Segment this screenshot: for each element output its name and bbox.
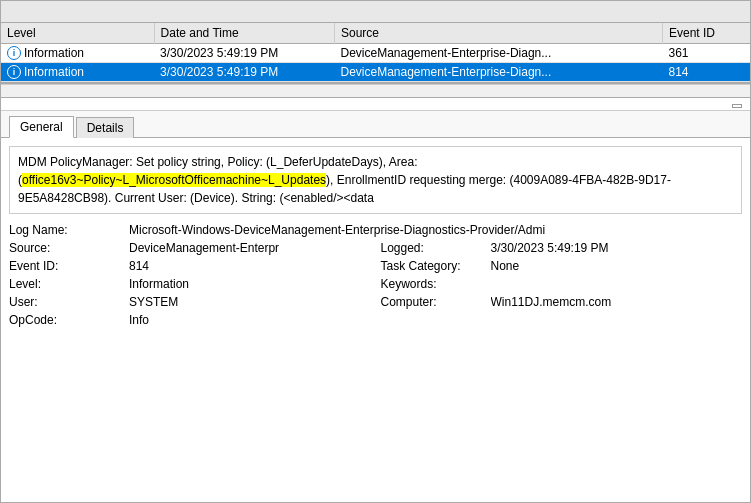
prop-value-1-2: 3/30/2023 5:49:19 PM	[491, 240, 743, 256]
prop-label-3-2: Keywords:	[381, 276, 491, 292]
cell-source: DeviceManagement-Enterprise-Diagn...	[334, 44, 662, 63]
col-level: Level	[1, 23, 154, 44]
manage-devices-logo	[732, 104, 742, 108]
table-row[interactable]: iInformation3/30/2023 5:49:19 PMDeviceMa…	[1, 63, 750, 82]
prop-label-4-1: User:	[9, 294, 129, 310]
prop-value-5-2	[491, 312, 743, 328]
detail-header	[1, 98, 750, 111]
prop-label-1-2: Logged:	[381, 240, 491, 256]
prop-value-3-2	[491, 276, 743, 292]
col-source: Source	[334, 23, 662, 44]
table-row[interactable]: iInformation3/30/2023 5:49:19 PMDeviceMa…	[1, 44, 750, 63]
tab-details[interactable]: Details	[76, 117, 135, 138]
prop-label-3-1: Level:	[9, 276, 129, 292]
prop-value-1-1: DeviceManagement-Enterpr	[129, 240, 381, 256]
level-text: Information	[24, 46, 84, 60]
prop-value-4-2: Win11DJ.memcm.com	[491, 294, 743, 310]
event-table-container: Level Date and Time Source Event ID iInf…	[1, 23, 750, 84]
event-table: Level Date and Time Source Event ID iInf…	[1, 23, 750, 82]
prop-value-5-1: Info	[129, 312, 381, 328]
cell-level: iInformation	[1, 44, 154, 63]
detail-content: MDM PolicyManager: Set policy string, Po…	[1, 138, 750, 502]
detail-area: General Details MDM PolicyManager: Set p…	[1, 98, 750, 502]
cell-source: DeviceManagement-Enterprise-Diagn...	[334, 63, 662, 82]
prop-label-logname: Log Name:	[9, 222, 129, 238]
tabs-bar: General Details	[1, 111, 750, 138]
top-bar	[1, 1, 750, 23]
col-eventid: Event ID	[663, 23, 751, 44]
cell-datetime: 3/30/2023 5:49:19 PM	[154, 63, 334, 82]
prop-value-3-1: Information	[129, 276, 381, 292]
prop-label-1-1: Source:	[9, 240, 129, 256]
horizontal-scrollbar[interactable]	[1, 84, 750, 98]
cell-eventid: 814	[663, 63, 751, 82]
prop-value-2-2: None	[491, 258, 743, 274]
main-window: Level Date and Time Source Event ID iInf…	[0, 0, 751, 503]
prop-value-logname: Microsoft-Windows-DeviceManagement-Enter…	[129, 222, 742, 238]
prop-label-5-1: OpCode:	[9, 312, 129, 328]
prop-value-2-1: 814	[129, 258, 381, 274]
info-icon: i	[7, 65, 21, 79]
prop-label-5-2	[381, 312, 491, 328]
col-datetime: Date and Time	[154, 23, 334, 44]
cell-eventid: 361	[663, 44, 751, 63]
prop-label-2-1: Event ID:	[9, 258, 129, 274]
level-text: Information	[24, 65, 84, 79]
prop-label-4-2: Computer:	[381, 294, 491, 310]
info-icon: i	[7, 46, 21, 60]
cell-datetime: 3/30/2023 5:49:19 PM	[154, 44, 334, 63]
event-message: MDM PolicyManager: Set policy string, Po…	[9, 146, 742, 214]
tab-general[interactable]: General	[9, 116, 74, 138]
prop-value-4-1: SYSTEM	[129, 294, 381, 310]
highlight-text: office16v3~Policy~L_MicrosoftOfficemachi…	[22, 173, 326, 187]
prop-label-2-2: Task Category:	[381, 258, 491, 274]
cell-level: iInformation	[1, 63, 154, 82]
properties-grid: Log Name:Microsoft-Windows-DeviceManagem…	[9, 222, 742, 328]
table-header-row: Level Date and Time Source Event ID	[1, 23, 750, 44]
